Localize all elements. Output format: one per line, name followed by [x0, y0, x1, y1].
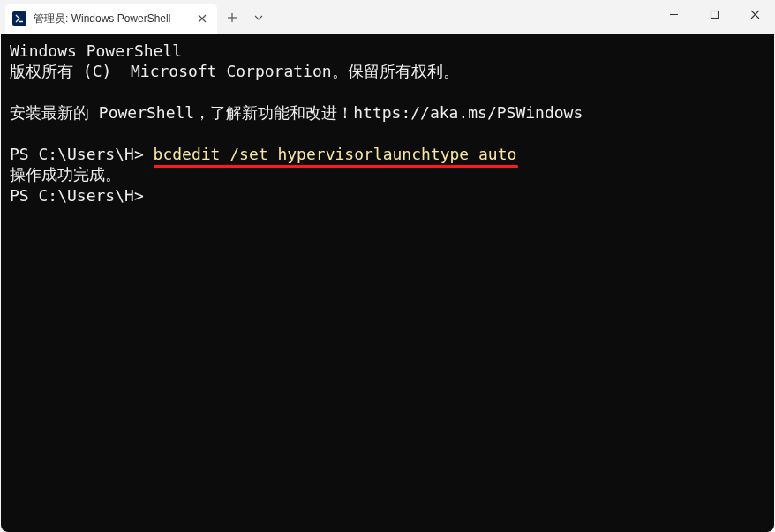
terminal-line: 版权所有 (C) Microsoft Corporation。保留所有权利。 [10, 61, 765, 81]
close-tab-button[interactable] [194, 11, 210, 26]
prompt: PS C:\Users\H> [10, 145, 154, 163]
highlighted-command: bcdedit /set hypervisorlaunchtype auto [154, 144, 517, 164]
powershell-icon [12, 11, 26, 26]
titlebar: 管理员: Windows PowerShell [0, 0, 775, 34]
svg-rect-6 [711, 11, 718, 18]
prompt: PS C:\Users\H> [10, 186, 144, 205]
terminal-line: 安装最新的 PowerShell，了解新功能和改进！https://aka.ms… [10, 102, 765, 123]
window-controls [653, 0, 775, 28]
terminal-command-line: PS C:\Users\H> bcdedit /set hypervisorla… [10, 144, 765, 164]
minimize-button[interactable] [653, 0, 694, 28]
terminal-line: Windows PowerShell [10, 41, 765, 61]
terminal-line [10, 82, 765, 102]
terminal-prompt-line: PS C:\Users\H> [10, 185, 765, 206]
tab-dropdown-button[interactable] [245, 4, 272, 31]
terminal-line [10, 124, 765, 144]
tab-title: 管理员: Windows PowerShell [34, 11, 194, 26]
tab-powershell[interactable]: 管理员: Windows PowerShell [5, 4, 217, 34]
new-tab-button[interactable] [219, 4, 245, 31]
close-window-button[interactable] [734, 0, 775, 28]
terminal-pane[interactable]: Windows PowerShell 版权所有 (C) Microsoft Co… [1, 34, 774, 532]
maximize-button[interactable] [694, 0, 734, 28]
